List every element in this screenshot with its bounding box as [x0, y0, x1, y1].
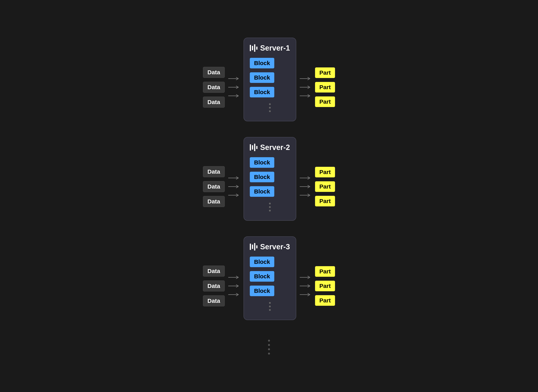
- right-arrow-1-3: [300, 93, 311, 98]
- left-arrow-2-2: [228, 184, 240, 189]
- right-arrow-3-1: [300, 275, 311, 280]
- server-title-1: Server-1: [250, 44, 290, 52]
- server-group-2: DataDataData Server-2BlockBlockBlock Par…: [203, 137, 335, 221]
- part-box-2-2: Part: [315, 181, 335, 192]
- data-column-3: DataDataData: [203, 250, 225, 306]
- block-box-3-3: Block: [250, 285, 274, 296]
- right-arrow-2-3: [300, 193, 311, 198]
- right-arrow-3-2: [300, 284, 311, 288]
- part-column-2: PartPartPart: [315, 151, 335, 206]
- block-row-2-2: Block: [250, 172, 290, 182]
- left-arrow-3-2: [228, 284, 240, 288]
- server-title-3: Server-3: [250, 243, 290, 251]
- server-title-2: Server-2: [250, 143, 290, 152]
- server-title-text-3: Server-3: [260, 243, 290, 251]
- server-outer-1: DataDataData Server-1BlockBlockBlock Par…: [203, 38, 335, 121]
- block-row-1-2: Block: [250, 72, 290, 83]
- part-box-3-2: Part: [315, 281, 335, 291]
- server-icon-2: [250, 144, 257, 151]
- data-column-2: DataDataData: [203, 150, 225, 207]
- right-arrow-3-3: [300, 292, 311, 297]
- server-outer-3: DataDataData Server-3BlockBlockBlock Par…: [203, 236, 335, 320]
- part-column-3: PartPartPart: [315, 251, 335, 306]
- right-arrow-1-2: [300, 85, 311, 89]
- block-box-1-2: Block: [250, 72, 274, 83]
- right-arrow-1-1: [300, 76, 311, 81]
- block-box-2-3: Block: [250, 186, 274, 197]
- block-box-3-2: Block: [250, 271, 274, 282]
- bottom-dots: [268, 340, 270, 355]
- server-box-1: Server-1BlockBlockBlock: [244, 38, 296, 121]
- block-row-3-1: Block: [250, 257, 290, 267]
- right-arrow-2-2: [300, 184, 311, 189]
- server-icon-1: [250, 44, 257, 52]
- left-arrows-2: [225, 160, 244, 198]
- part-box-2-1: Part: [315, 167, 335, 177]
- left-arrow-1-1: [228, 76, 240, 81]
- block-row-1-3: Block: [250, 87, 290, 98]
- left-arrow-1-3: [228, 93, 240, 98]
- server-outer-2: DataDataData Server-2BlockBlockBlock Par…: [203, 137, 335, 221]
- part-column-1: PartPartPart: [315, 52, 335, 107]
- server-dots-2: [250, 203, 290, 211]
- left-arrow-2-3: [228, 193, 240, 198]
- data-box-2-3: Data: [203, 196, 225, 207]
- part-box-2-3: Part: [315, 196, 335, 206]
- right-arrows-3: [296, 259, 315, 297]
- part-box-1-2: Part: [315, 82, 335, 93]
- left-arrow-3-3: [228, 292, 240, 297]
- data-box-2-1: Data: [203, 166, 225, 177]
- block-box-1-3: Block: [250, 87, 274, 98]
- part-box-1-3: Part: [315, 96, 335, 107]
- data-box-1-1: Data: [203, 67, 225, 78]
- right-arrow-2-1: [300, 176, 311, 180]
- data-box-3-3: Data: [203, 295, 225, 306]
- data-box-2-2: Data: [203, 181, 225, 192]
- left-arrow-1-2: [228, 85, 240, 89]
- block-row-2-3: Block: [250, 186, 290, 197]
- left-arrows-3: [225, 259, 244, 297]
- server-box-3: Server-3BlockBlockBlock: [244, 236, 296, 320]
- data-box-1-2: Data: [203, 82, 225, 93]
- part-box-3-3: Part: [315, 295, 335, 306]
- server-icon-3: [250, 243, 257, 251]
- block-row-1-1: Block: [250, 58, 290, 68]
- block-row-3-3: Block: [250, 285, 290, 296]
- left-arrow-2-1: [228, 176, 240, 180]
- data-box-1-3: Data: [203, 97, 225, 107]
- left-arrow-3-1: [228, 275, 240, 280]
- server-dots-1: [250, 103, 290, 112]
- part-box-3-1: Part: [315, 266, 335, 277]
- main-diagram: DataDataData Server-1BlockBlockBlock Par…: [203, 38, 335, 355]
- data-box-3-2: Data: [203, 280, 225, 291]
- server-group-3: DataDataData Server-3BlockBlockBlock Par…: [203, 236, 335, 320]
- block-box-1-1: Block: [250, 58, 274, 68]
- server-box-2: Server-2BlockBlockBlock: [244, 137, 296, 221]
- part-box-1-1: Part: [315, 67, 335, 78]
- right-arrows-2: [296, 160, 315, 198]
- server-group-1: DataDataData Server-1BlockBlockBlock Par…: [203, 38, 335, 121]
- left-arrows-1: [225, 61, 244, 98]
- data-column-1: DataDataData: [203, 51, 225, 107]
- data-box-3-1: Data: [203, 266, 225, 276]
- block-box-2-2: Block: [250, 172, 274, 182]
- server-dots-3: [250, 302, 290, 311]
- block-box-3-1: Block: [250, 257, 274, 267]
- server-title-text-2: Server-2: [260, 143, 290, 152]
- right-arrows-1: [296, 61, 315, 98]
- block-box-2-1: Block: [250, 157, 274, 168]
- server-title-text-1: Server-1: [260, 44, 290, 52]
- block-row-2-1: Block: [250, 157, 290, 168]
- block-row-3-2: Block: [250, 271, 290, 282]
